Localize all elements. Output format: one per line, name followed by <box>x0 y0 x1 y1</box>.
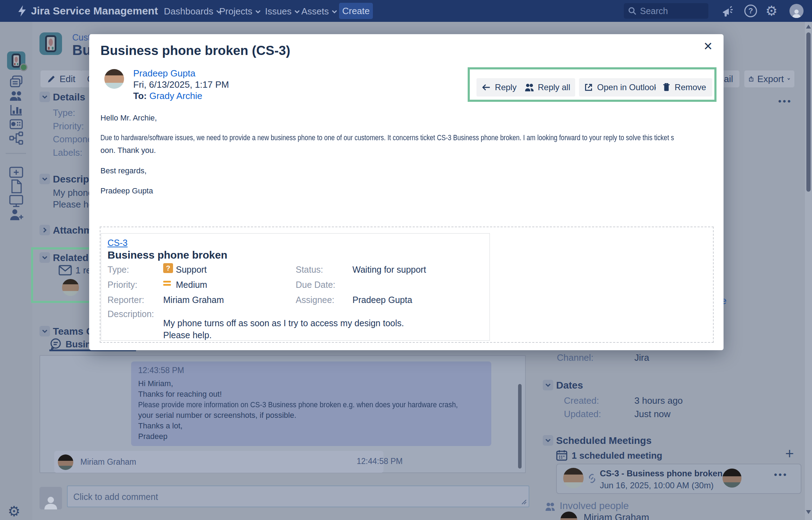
meetings-collapse-icon[interactable] <box>543 435 553 446</box>
involved-person-name[interactable]: Miriam Graham <box>584 512 649 520</box>
card-add-icon[interactable] <box>8 165 24 180</box>
user-avatar[interactable] <box>789 4 804 18</box>
message-line: Please provide more information on CS-3 … <box>138 400 458 409</box>
create-button[interactable]: Create <box>339 3 373 19</box>
email-to-row: To: Grady Archie <box>133 91 202 101</box>
description-collapse-icon[interactable] <box>39 174 50 184</box>
document-icon[interactable] <box>8 179 24 194</box>
close-icon[interactable]: × <box>699 37 717 55</box>
ticket-type-label: Type: <box>107 265 129 275</box>
avatar <box>722 469 742 488</box>
people-icon <box>545 502 555 512</box>
sender-name-link[interactable]: Pradeep Gupta <box>133 68 195 79</box>
chevron-down-icon <box>332 10 337 14</box>
ticket-description-line2: Please help. <box>163 330 212 340</box>
details-collapse-icon[interactable] <box>39 92 50 102</box>
dates-collapse-icon[interactable] <box>543 380 553 390</box>
ticket-status-value: Waiting for support <box>352 265 426 275</box>
updated-value: Just now <box>634 409 671 420</box>
updated-label: Updated: <box>564 409 601 420</box>
monitor-icon[interactable] <box>8 193 24 209</box>
scrollbar-down-arrow[interactable] <box>806 510 811 514</box>
add-meeting-icon[interactable]: + <box>785 445 794 462</box>
dates-heading[interactable]: Dates <box>556 380 583 391</box>
email-body-line: Best regards, <box>100 166 147 175</box>
email-body-line: oon. Thank you. <box>100 146 156 155</box>
nav-dashboards[interactable]: Dashboards <box>164 6 222 17</box>
ticket-key-link[interactable]: CS-3 <box>107 238 128 248</box>
structure-tree-icon[interactable] <box>8 130 24 146</box>
open-in-outlook-button[interactable]: Open in Outlook <box>579 78 663 97</box>
message-author: Miriam Graham <box>80 457 136 467</box>
export-button[interactable]: Export <box>744 70 794 87</box>
jira-logo-icon <box>16 5 28 17</box>
avatar[interactable] <box>62 279 79 296</box>
envelope-icon <box>59 265 72 276</box>
chevron-down-icon <box>294 10 300 14</box>
page-scrollbar-thumb[interactable] <box>806 32 811 192</box>
message-line: Hi Miriam, <box>138 379 173 388</box>
message-line: Pradeep <box>138 432 167 441</box>
edit-button[interactable]: Edit <box>41 70 82 87</box>
sender-avatar <box>104 69 124 89</box>
chat-bubble-icon <box>49 338 62 350</box>
ticket-summary-card: CS-3 Business phone broken Type: ? Suppo… <box>101 233 490 341</box>
person-icon <box>43 495 59 509</box>
help-icon[interactable]: ? <box>744 5 757 17</box>
settings-gear-icon[interactable]: ⚙ <box>765 3 777 19</box>
scrollbar-up-arrow[interactable] <box>806 25 811 29</box>
teams-collapse-icon[interactable] <box>39 326 50 336</box>
more-actions-icon[interactable]: ••• <box>778 96 792 107</box>
avatar <box>563 468 584 488</box>
related-emails-collapse-icon[interactable] <box>39 252 50 263</box>
nav-issues[interactable]: Issues <box>265 6 300 17</box>
recipient-link[interactable]: Grady Archie <box>149 91 202 101</box>
meeting-title[interactable]: CS-3 - Business phone broken <box>600 469 722 478</box>
remove-button[interactable]: Remove <box>656 78 712 97</box>
customers-icon[interactable] <box>8 88 24 104</box>
project-settings-gear-icon[interactable]: ⚙ <box>8 503 20 519</box>
meeting-time: Jun 16, 2025, 10:00 AM (30m) <box>600 481 714 490</box>
export-icon <box>749 74 754 83</box>
reply-all-button[interactable]: Reply all <box>519 78 575 97</box>
message-line: your serial number or screenshots, if po… <box>138 411 296 420</box>
attachments-expand-icon[interactable] <box>39 225 50 235</box>
ticket-due-label: Due Date: <box>296 280 336 290</box>
meeting-more-icon[interactable]: ••• <box>774 469 788 480</box>
chevron-down-icon <box>255 10 261 14</box>
person-icon <box>791 9 802 18</box>
scheduled-meetings-heading[interactable]: Scheduled Meetings <box>556 435 652 446</box>
global-search[interactable] <box>624 3 708 19</box>
resize-handle-icon[interactable] <box>521 499 527 504</box>
megaphone-icon[interactable] <box>721 5 734 18</box>
nav-assets[interactable]: Assets <box>301 6 337 17</box>
queues-icon[interactable] <box>8 74 24 89</box>
ticket-assignee-label: Assignee: <box>296 295 334 305</box>
ticket-status-label: Status: <box>296 265 323 275</box>
email-body-line: Hello Mr. Archie, <box>100 113 157 123</box>
reply-button[interactable]: Reply <box>476 78 522 97</box>
chat-scrollbar[interactable] <box>518 384 522 469</box>
message-line: Thanks for reaching out! <box>138 390 222 399</box>
person-add-icon[interactable] <box>8 207 24 223</box>
search-input[interactable] <box>640 6 700 16</box>
priority-medium-icon <box>163 281 171 287</box>
details-heading[interactable]: Details <box>53 92 85 103</box>
ticket-title: Business phone broken <box>107 249 227 261</box>
pencil-icon <box>47 74 56 83</box>
nav-projects[interactable]: Projects <box>219 6 261 17</box>
camera-calendar-icon[interactable] <box>8 116 24 132</box>
add-comment-field[interactable]: Click to add comment <box>67 485 529 507</box>
message-timestamp: 12:44:58 PM <box>357 457 402 466</box>
ticket-type-value: Support <box>176 265 207 275</box>
trash-icon <box>662 82 671 92</box>
project-badge-icon <box>20 63 27 71</box>
comment-placeholder: Click to add comment <box>73 492 158 502</box>
project-avatar-small[interactable] <box>7 51 25 70</box>
created-label: Created: <box>564 395 599 406</box>
reports-icon[interactable] <box>8 102 24 118</box>
open-external-icon <box>584 82 593 92</box>
app-title: Jira Service Management <box>31 5 158 17</box>
email-body-line: Due to hardware/software issues, we need… <box>100 133 674 142</box>
calendar-icon <box>556 450 567 461</box>
